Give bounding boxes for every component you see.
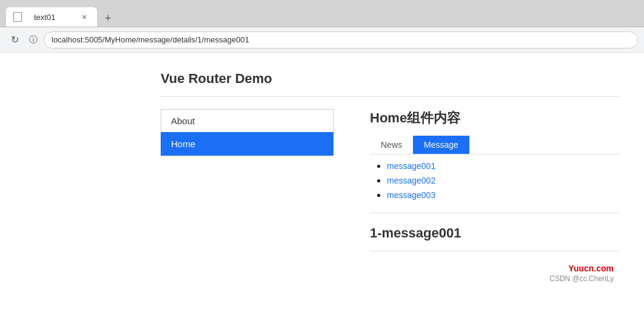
message-link-002[interactable]: message002	[387, 176, 435, 185]
watermark: Yuucn.com	[568, 264, 614, 273]
home-component-title: Home组件内容	[370, 109, 620, 127]
list-item: message003	[387, 190, 620, 201]
message-detail: 1-message001	[370, 225, 620, 241]
page-content: Vue Router Demo About Home Home组件内容 News…	[0, 53, 644, 315]
copyright-row: CSDN @cc.ChenLy	[370, 274, 620, 283]
tabs-row: News Message	[370, 136, 620, 154]
right-content: Home组件内容 News Message message001 message…	[370, 109, 620, 283]
list-item: message002	[387, 175, 620, 186]
copyright-text: CSDN @cc.ChenLy	[549, 274, 614, 283]
nav-item-about[interactable]: About	[161, 109, 334, 132]
watermark-row: Yuucn.com	[370, 264, 620, 273]
divider-message	[370, 213, 620, 213]
browser-tab[interactable]: text01 ×	[6, 7, 97, 27]
browser-chrome: text01 × +	[0, 0, 644, 27]
nav-item-home[interactable]: Home	[161, 132, 334, 156]
message-list: message001 message002 message003	[370, 161, 620, 201]
divider-bottom	[370, 251, 620, 251]
message-link-003[interactable]: message003	[387, 190, 435, 200]
address-bar-row: ↻ ⓘ	[0, 27, 644, 53]
info-icon: ⓘ	[28, 35, 39, 45]
reload-button[interactable]: ↻	[6, 31, 23, 48]
message-link-001[interactable]: message001	[387, 161, 435, 171]
new-tab-button[interactable]: +	[99, 10, 116, 27]
tab-document-icon	[13, 12, 22, 22]
tab-close-button[interactable]: ×	[79, 12, 90, 22]
main-layout: About Home Home组件内容 News Message mess	[161, 109, 620, 283]
app-title: Vue Router Demo	[161, 71, 620, 87]
tab-bar: text01 × +	[6, 0, 116, 27]
tab-message[interactable]: Message	[413, 136, 469, 154]
tab-title: text01	[34, 13, 67, 22]
divider-top	[161, 96, 620, 97]
left-nav: About Home	[161, 109, 334, 283]
address-input[interactable]	[44, 31, 638, 48]
list-item: message001	[387, 161, 620, 171]
tab-news[interactable]: News	[370, 136, 413, 154]
